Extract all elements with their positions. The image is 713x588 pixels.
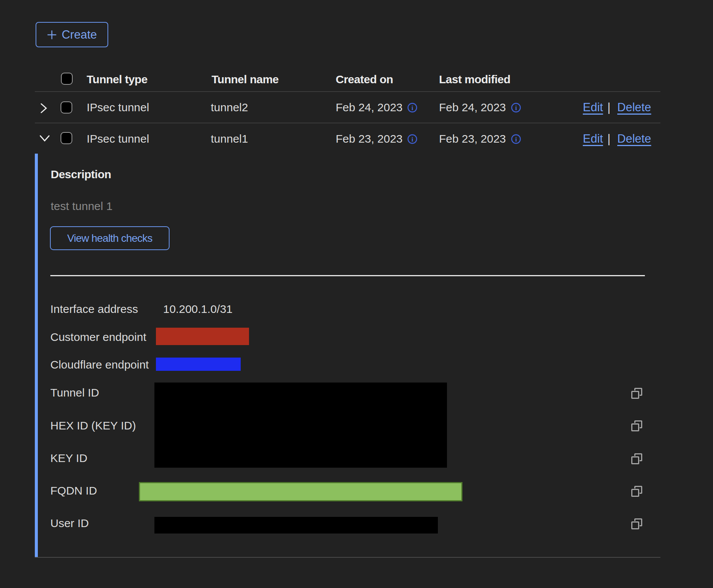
svg-text:i: i <box>411 136 413 143</box>
svg-text:i: i <box>515 136 517 143</box>
svg-text:i: i <box>411 104 413 112</box>
svg-text:i: i <box>515 104 517 112</box>
